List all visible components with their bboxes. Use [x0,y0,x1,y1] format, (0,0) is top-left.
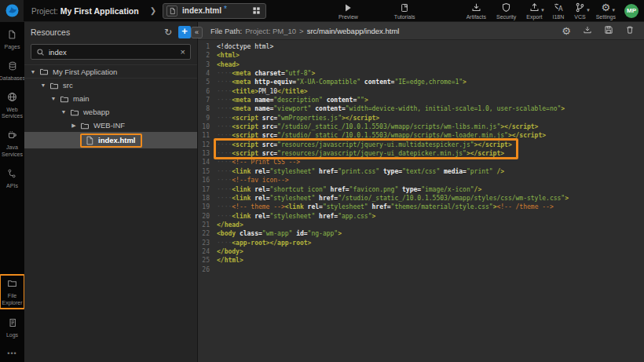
export-button[interactable]: ▼ Export [526,2,542,20]
artifacts-button[interactable]: Artifacts [467,2,486,20]
sidebar-item-web-services[interactable]: WebServices [2,91,23,121]
code-line-21[interactable]: 21</head> [198,221,644,229]
file-path-bar: File Path: Project: PM_10 > src/main/web… [198,22,644,40]
code-line-24[interactable]: 24</body> [198,247,644,256]
grid-view-icon[interactable] [252,6,261,15]
tree-item-webapp[interactable]: ▼ webapp [24,105,197,119]
sidebar-overflow-button[interactable]: ••• [7,349,16,357]
code-line-14[interactable]: 14····<!-- Print CSS --> [198,158,644,166]
wavemaker-logo-icon [5,4,19,17]
code-line-6[interactable]: 6····<title>PM_10</title> [198,87,644,96]
code-line-9[interactable]: 9····<script src="wmProperties.js"></scr… [198,114,644,122]
tree-item-main[interactable]: ▼ main [24,92,197,105]
file-path-file: src/main/webapp/index.html [307,27,400,35]
line-number: 7 [198,96,217,104]
download-file-button[interactable] [583,24,592,38]
tree-item-src[interactable]: ▼ src [24,79,197,92]
i18n-button[interactable]: A I18N [553,2,565,20]
save-file-button[interactable] [604,24,613,38]
line-number: 11 [198,131,217,140]
code-line-15[interactable]: 15····<link rel="stylesheet" href="print… [198,167,644,176]
i18n-label: I18N [553,14,565,20]
collapse-panel-button[interactable]: « [191,27,203,38]
code-line-11[interactable]: 11····<script src="/studio/_static_/10.0… [198,131,644,140]
code-line-17[interactable]: 17····<link rel="shortcut icon" href="fa… [198,185,644,194]
code-area[interactable]: 1<!doctype html>2<html>3<head>4····<meta… [198,40,644,362]
code-line-5[interactable]: 5····<meta http-equiv="X-UA-Compatible" … [198,78,644,86]
line-number: 10 [198,122,217,131]
code-line-23[interactable]: 23····<app-root></app-root> [198,239,644,247]
wavemaker-logo[interactable] [0,0,24,22]
caret-down-icon[interactable]: ▼ [49,96,57,101]
code-line-1[interactable]: 1<!doctype html> [198,42,644,51]
code-line-16[interactable]: 16····<!--fav icon--> [198,176,644,185]
tab-index-html[interactable]: index.html * [163,3,266,19]
folder-icon [80,121,90,130]
code-line-13[interactable]: 13····<script src="resources/javascript/… [198,149,644,158]
download-icon [583,24,592,38]
code-line-4[interactable]: 4····<meta charset="utf-8"> [198,69,644,78]
caret-right-icon[interactable]: ▶ [70,122,78,129]
resource-tree: ▼ My First Application▼ src▼ main▼ webap… [24,64,197,362]
code-line-3[interactable]: 3<head> [198,60,644,69]
line-number: 13 [198,149,217,158]
sidebar-item-file-explorer[interactable]: FileExplorer [0,274,25,310]
preview-button[interactable]: Preview [338,2,358,20]
tree-item-index-html[interactable]: index.html [24,132,197,148]
caret-down-icon[interactable]: ▼ [29,69,37,75]
folder-icon [70,108,79,117]
line-number: 23 [198,239,217,247]
sidebar-item-pages[interactable]: Pages [5,28,20,51]
svg-text:A: A [558,5,563,13]
search-input[interactable] [49,48,177,57]
artifacts-label: Artifacts [467,14,486,20]
line-number: 26 [198,265,217,274]
sidebar-item-apis[interactable]: APIs [6,167,18,190]
code-line-26[interactable]: 26 [198,265,644,274]
translate-icon: A [553,2,564,13]
sidebar-item-java-services[interactable]: JavaServices [2,129,23,159]
caret-down-icon[interactable]: ▼ [60,109,68,115]
line-number: 19 [198,203,217,211]
file-path-label: File Path: [210,27,242,35]
folder-icon [60,94,69,104]
resources-header: Resources ↻ + [24,22,197,42]
resources-panel: Resources ↻ + × ▼ My First Application▼ … [24,22,198,362]
chevron-down-icon: ▼ [611,8,616,13]
chevron-down-icon: ▼ [540,8,545,13]
code-line-25[interactable]: 25</html> [198,256,644,265]
code-line-8[interactable]: 8····<meta name="viewport" content="widt… [198,104,644,113]
download-tray-icon [471,2,481,13]
add-resource-button[interactable]: + [178,26,191,38]
code-line-20[interactable]: 20····<link rel="stylesheet" href="app.c… [198,212,644,221]
tree-item-web-inf[interactable]: ▶ WEB-INF [24,119,197,132]
line-number: 21 [198,221,217,229]
refresh-icon[interactable]: ↻ [164,27,172,38]
sidebar-item-databases[interactable]: Databases [0,60,25,82]
code-line-10[interactable]: 10····<script src="/studio/_static_/10.0… [198,122,644,131]
sidebar-item-label: WebServices [2,107,23,121]
tree-item-label: My First Application [53,68,117,76]
delete-file-button[interactable] [625,24,635,38]
clear-search-icon[interactable]: × [181,47,185,57]
tree-item-my-first-application[interactable]: ▼ My First Application [24,64,197,79]
wavemaker-studio-window: Project: My First Application ❯ index.ht… [0,0,644,362]
code-line-22[interactable]: 22<body class="wm-app" id="ng-app"> [198,229,644,238]
code-line-12[interactable]: 12····<script src="resources/javascript/… [198,141,644,149]
editor-settings-button[interactable]: ⚙ [562,24,571,38]
code-line-2[interactable]: 2<html> [198,51,644,60]
user-avatar[interactable]: MP [624,4,639,18]
code-line-19[interactable]: 19····<!-- theme --><link rel="styleshee… [198,203,644,211]
tutorials-button[interactable]: Tutorials [394,2,415,20]
code-line-7[interactable]: 7····<meta name="description" content=""… [198,96,644,104]
chevron-right-icon: ❯ [150,6,156,15]
sidebar-item-logs[interactable]: Logs [6,316,18,339]
settings-button[interactable]: ⚙▼ Settings [596,2,616,20]
vcs-button[interactable]: ▼ VCS [574,2,585,20]
tree-item-label: src [63,81,73,90]
folder-icon [39,67,49,76]
caret-down-icon[interactable]: ▼ [39,82,47,88]
security-button[interactable]: Security [496,2,516,20]
code-line-18[interactable]: 18····<link rel="stylesheet" href="/stud… [198,194,644,203]
shield-icon [501,2,511,13]
